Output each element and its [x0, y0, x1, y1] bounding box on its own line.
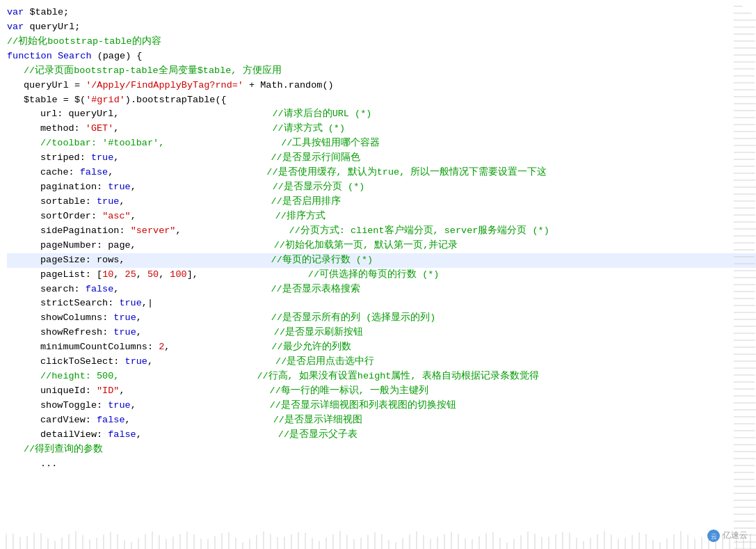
- code-line-29: cardView: false,//是否显示详细视图: [7, 413, 756, 428]
- code-line-1: var $table;: [7, 6, 756, 20]
- code-line-26: //height: 500,//行高, 如果没有设置height属性, 表格自动…: [7, 369, 756, 384]
- code-line-8: url: queryUrl,//请求后台的URL (*): [7, 107, 756, 122]
- code-line-22: showColumns: true,//是否显示所有的列 (选择显示的列): [7, 311, 756, 326]
- svg-text:云: 云: [711, 533, 717, 540]
- code-line-19: pageList: [10, 25, 50, 100],//可供选择的每页的行数…: [7, 268, 756, 283]
- code-line-16: sidePagination: "server",//分页方式: client客…: [7, 224, 756, 239]
- code-line-18: pageSize: rows,//每页的记录行数 (*): [7, 253, 756, 268]
- code-line-17: pageNumber: page,//初始化加载第一页, 默认第一页,并记录: [7, 239, 756, 253]
- code-line-15: sortOrder: "asc",//排序方式: [7, 209, 756, 224]
- code-line-4: function Search (page) {: [7, 49, 756, 64]
- code-line-23: showRefresh: true,//是否显示刷新按钮: [7, 326, 756, 340]
- code-line-24: minimumCountColumns: 2,//最少允许的列数: [7, 340, 756, 355]
- code-line-25: clickToSelect: true,//是否启用点击选中行: [7, 355, 756, 369]
- code-line-27: uniqueId: "ID",//每一行的唯一标识, 一般为主键列: [7, 384, 756, 399]
- code-line-3: //初始化bootstrap-table的内容: [7, 35, 756, 49]
- code-line-21: strictSearch: true,|: [7, 296, 756, 311]
- code-line-14: sortable: true,//是否启用排序: [7, 195, 756, 209]
- code-line-6: queryUrl = '/Apply/FindApplyByTag?rnd=' …: [7, 79, 756, 93]
- code-line-28: showToggle: true,//是否显示详细视图和列表视图的切换按钮: [7, 399, 756, 413]
- code-line-11: striped: true,//是否显示行间隔色: [7, 151, 756, 166]
- code-line-13: pagination: true,//是否显示分页 (*): [7, 180, 756, 195]
- code-line-31: //得到查询的参数: [7, 443, 756, 457]
- code-line-2: var queryUrl;: [7, 20, 756, 35]
- code-line-9: method: 'GET',//请求方式 (*): [7, 122, 756, 136]
- code-line-5: //记录页面bootstrap-table全局变量$table, 方便应用: [7, 64, 756, 79]
- code-line-20: search: false,//是否显示表格搜索: [7, 283, 756, 297]
- torn-edge-right: [734, 0, 756, 549]
- watermark: 云 亿速云: [707, 529, 748, 542]
- cloud-icon: 云: [707, 530, 720, 542]
- code-line-10: //toolbar: '#toolbar',//工具按钮用哪个容器: [7, 136, 756, 151]
- code-editor: var $table; var queryUrl; //初始化bootstrap…: [0, 0, 756, 549]
- code-line-7: $table = $('#grid').bootstrapTable({: [7, 93, 756, 108]
- watermark-text: 亿速云: [723, 529, 748, 542]
- torn-edge-bottom: [0, 531, 756, 549]
- code-line-12: cache: false,//是否使用缓存, 默认为true, 所以一般情况下需…: [7, 166, 756, 180]
- code-line-32: ...: [7, 457, 756, 472]
- code-line-30: detailView: false,//是否显示父子表: [7, 428, 756, 443]
